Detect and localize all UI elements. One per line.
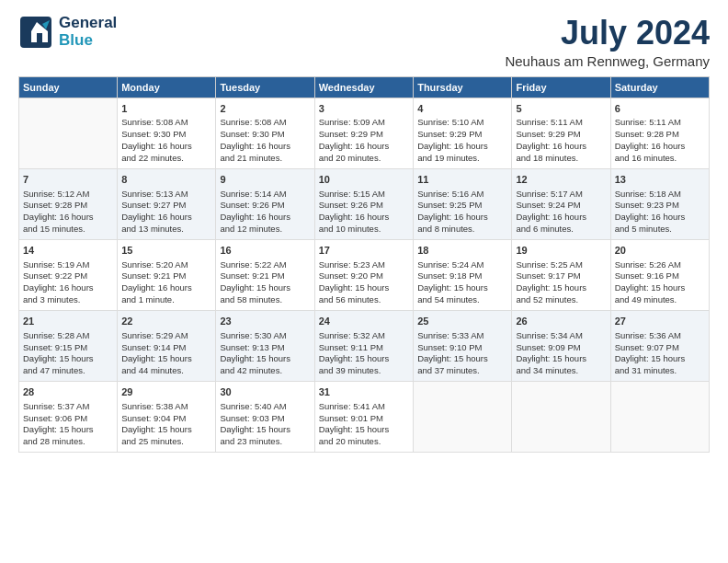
day-info-line: Daylight: 16 hours <box>615 212 705 224</box>
day-number: 22 <box>121 315 211 328</box>
calendar-cell <box>512 381 610 452</box>
day-info-line: Sunrise: 5:36 AM <box>615 330 705 342</box>
day-number: 15 <box>121 244 211 258</box>
day-info-line: and 10 minutes. <box>319 224 409 236</box>
day-number: 11 <box>417 173 507 187</box>
col-saturday: Saturday <box>610 76 709 98</box>
calendar-header-row: Sunday Monday Tuesday Wednesday Thursday… <box>19 76 710 98</box>
calendar-cell: 27Sunrise: 5:36 AMSunset: 9:07 PMDayligh… <box>610 310 709 381</box>
day-info-line: and 28 minutes. <box>23 436 113 448</box>
day-info-line: and 47 minutes. <box>23 365 113 377</box>
day-number: 26 <box>516 315 606 328</box>
day-info-line: Sunrise: 5:29 AM <box>121 330 211 342</box>
day-number: 29 <box>121 385 211 399</box>
day-info-line: Daylight: 16 hours <box>121 141 211 153</box>
day-number: 2 <box>220 102 310 116</box>
calendar-cell: 30Sunrise: 5:40 AMSunset: 9:03 PMDayligh… <box>216 381 314 452</box>
day-number: 20 <box>615 244 705 258</box>
day-info-line: and 34 minutes. <box>516 365 606 377</box>
calendar-cell: 8Sunrise: 5:13 AMSunset: 9:27 PMDaylight… <box>118 168 216 239</box>
day-number: 14 <box>23 244 113 258</box>
day-info-line: and 8 minutes. <box>417 224 507 236</box>
day-info-line: Daylight: 15 hours <box>319 282 409 294</box>
calendar-cell: 1Sunrise: 5:08 AMSunset: 9:30 PMDaylight… <box>118 98 216 168</box>
day-info-line: and 6 minutes. <box>516 224 606 236</box>
day-number: 17 <box>319 244 409 258</box>
day-number: 13 <box>615 173 705 187</box>
day-info-line: Daylight: 16 hours <box>417 141 507 153</box>
day-info-line: Sunset: 9:21 PM <box>121 270 211 282</box>
day-info-line: and 20 minutes. <box>319 153 409 165</box>
calendar-cell: 29Sunrise: 5:38 AMSunset: 9:04 PMDayligh… <box>118 381 216 452</box>
title-area: July 2024 Neuhaus am Rennweg, Germany <box>505 15 710 69</box>
day-info-line: Sunrise: 5:23 AM <box>319 259 409 271</box>
day-info-line: Daylight: 15 hours <box>23 424 113 436</box>
day-info-line: Sunset: 9:13 PM <box>220 342 310 354</box>
day-info-line: Daylight: 16 hours <box>23 282 113 294</box>
logo-text-2: Blue <box>59 32 117 50</box>
day-number: 6 <box>615 102 705 116</box>
day-info-line: Sunrise: 5:13 AM <box>121 189 211 201</box>
day-number: 27 <box>615 315 705 328</box>
day-info-line: Daylight: 16 hours <box>319 141 409 153</box>
day-info-line: Sunrise: 5:08 AM <box>121 117 211 129</box>
day-info-line: Daylight: 16 hours <box>516 141 606 153</box>
calendar-cell: 13Sunrise: 5:18 AMSunset: 9:23 PMDayligh… <box>610 168 709 239</box>
calendar-cell: 22Sunrise: 5:29 AMSunset: 9:14 PMDayligh… <box>118 310 216 381</box>
col-wednesday: Wednesday <box>314 76 413 98</box>
day-info-line: Sunrise: 5:38 AM <box>121 401 211 413</box>
day-number: 7 <box>23 173 113 187</box>
day-info-line: Sunset: 9:26 PM <box>319 200 409 212</box>
day-info-line: Daylight: 16 hours <box>319 212 409 224</box>
day-info-line: and 20 minutes. <box>319 436 409 448</box>
col-sunday: Sunday <box>19 76 118 98</box>
day-info-line: Sunrise: 5:26 AM <box>615 259 705 271</box>
day-number: 5 <box>516 102 606 116</box>
day-info-line: Daylight: 15 hours <box>516 282 606 294</box>
day-info-line: Sunset: 9:29 PM <box>417 129 507 141</box>
day-number: 28 <box>23 385 113 399</box>
day-info-line: Sunset: 9:26 PM <box>220 200 310 212</box>
day-info-line: and 39 minutes. <box>319 365 409 377</box>
day-info-line: and 52 minutes. <box>516 294 606 306</box>
calendar-cell: 25Sunrise: 5:33 AMSunset: 9:10 PMDayligh… <box>414 310 512 381</box>
calendar-cell <box>19 98 118 168</box>
day-info-line: Sunrise: 5:41 AM <box>319 401 409 413</box>
day-info-line: Sunset: 9:01 PM <box>319 413 409 425</box>
day-info-line: Daylight: 16 hours <box>516 212 606 224</box>
day-info-line: Sunset: 9:06 PM <box>23 413 113 425</box>
logo-icon <box>18 15 53 50</box>
day-info-line: Sunrise: 5:37 AM <box>23 401 113 413</box>
calendar-cell: 15Sunrise: 5:20 AMSunset: 9:21 PMDayligh… <box>118 239 216 310</box>
calendar-cell <box>610 381 709 452</box>
calendar-cell: 6Sunrise: 5:11 AMSunset: 9:28 PMDaylight… <box>610 98 709 168</box>
day-info-line: Sunset: 9:28 PM <box>615 129 705 141</box>
day-number: 9 <box>220 173 310 187</box>
day-info-line: Sunrise: 5:11 AM <box>615 117 705 129</box>
day-info-line: and 54 minutes. <box>417 294 507 306</box>
logo: General Blue <box>18 15 117 50</box>
calendar-cell: 9Sunrise: 5:14 AMSunset: 9:26 PMDaylight… <box>216 168 314 239</box>
location: Neuhaus am Rennweg, Germany <box>505 53 710 69</box>
day-info-line: Daylight: 15 hours <box>615 282 705 294</box>
calendar-table: Sunday Monday Tuesday Wednesday Thursday… <box>18 76 710 453</box>
day-info-line: and 37 minutes. <box>417 365 507 377</box>
day-info-line: Sunrise: 5:10 AM <box>417 117 507 129</box>
day-number: 19 <box>516 244 606 258</box>
day-number: 18 <box>417 244 507 258</box>
calendar-cell: 12Sunrise: 5:17 AMSunset: 9:24 PMDayligh… <box>512 168 610 239</box>
day-info-line: and 19 minutes. <box>417 153 507 165</box>
calendar-cell: 28Sunrise: 5:37 AMSunset: 9:06 PMDayligh… <box>19 381 118 452</box>
day-info-line: and 44 minutes. <box>121 365 211 377</box>
calendar-week-row: 21Sunrise: 5:28 AMSunset: 9:15 PMDayligh… <box>19 310 710 381</box>
day-number: 1 <box>121 102 211 116</box>
day-info-line: Sunset: 9:11 PM <box>319 342 409 354</box>
day-info-line: Daylight: 15 hours <box>121 424 211 436</box>
day-info-line: and 15 minutes. <box>23 224 113 236</box>
day-number: 23 <box>220 315 310 328</box>
calendar-week-row: 14Sunrise: 5:19 AMSunset: 9:22 PMDayligh… <box>19 239 710 310</box>
calendar-cell: 3Sunrise: 5:09 AMSunset: 9:29 PMDaylight… <box>314 98 413 168</box>
day-info-line: Sunrise: 5:40 AM <box>220 401 310 413</box>
day-info-line: Daylight: 16 hours <box>417 212 507 224</box>
header: General Blue July 2024 Neuhaus am Rennwe… <box>18 15 710 69</box>
